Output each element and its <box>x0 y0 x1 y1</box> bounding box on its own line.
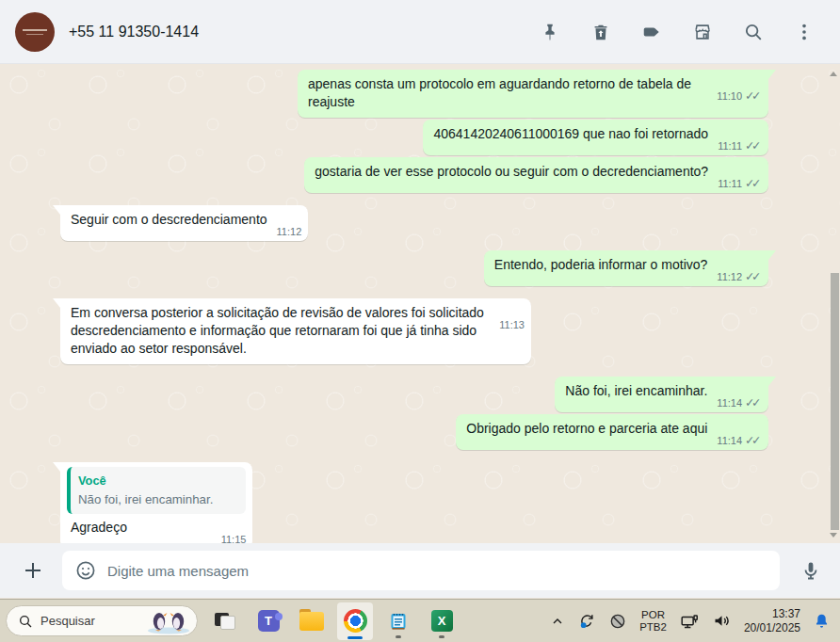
message-time: 11:12 <box>277 223 302 241</box>
message-row: 11:12✓✓ Entendo, poderia informar o moti… <box>0 250 840 286</box>
message-time: 11:15 <box>221 531 247 543</box>
incoming-message[interactable]: 11:12 Seguir com o descredenciamento <box>60 205 308 241</box>
file-explorer-icon <box>299 612 324 631</box>
windows-taskbar: Pesquisar T <box>0 599 840 642</box>
message-row: 11:11✓✓ 40641420240611000169 que nao foi… <box>0 120 840 155</box>
contact-name[interactable]: +55 11 91350-1414 <box>69 24 199 40</box>
delivered-ticks-icon: ✓✓ <box>745 137 758 155</box>
task-view-button[interactable] <box>207 602 243 640</box>
message-row: 11:13 Em conversa posterior a solicitaçã… <box>0 298 840 364</box>
notification-bell-icon[interactable] <box>813 612 831 630</box>
scrollbar-thumb[interactable] <box>831 273 839 530</box>
delivered-ticks-icon: ✓✓ <box>745 268 758 286</box>
header-actions <box>539 21 840 43</box>
message-row: 11:14✓✓ Não foi, irei encaminhar. <box>0 377 840 412</box>
message-input-pill[interactable] <box>62 551 780 590</box>
outgoing-message[interactable]: 11:12✓✓ Entendo, poderia informar o moti… <box>484 250 768 286</box>
message-input[interactable] <box>107 563 768 579</box>
scroll-down-arrow-icon[interactable] <box>830 533 837 538</box>
incoming-message[interactable]: 11:13 Em conversa posterior a solicitaçã… <box>60 298 531 364</box>
sync-pending-icon[interactable] <box>577 612 596 631</box>
search-icon[interactable] <box>742 21 765 43</box>
notepad-icon <box>387 610 410 633</box>
message-time: 11:14 <box>717 432 742 450</box>
message-text: Obrigado pelo retorno e parceria ate aqu… <box>466 421 707 436</box>
teams-icon: T <box>258 610 280 632</box>
message-time: 11:10 <box>717 88 742 105</box>
whatsapp-window: +55 11 91350-1414 <box>0 0 840 598</box>
excel-app-button[interactable]: X <box>424 602 460 640</box>
outgoing-message[interactable]: 11:10✓✓ apenas consta um protocolo em ag… <box>298 70 768 118</box>
chat-header: +55 11 91350-1414 <box>0 0 840 64</box>
language-line2: PTB2 <box>639 621 667 634</box>
quote-author: Você <box>78 472 213 490</box>
outgoing-message[interactable]: 11:11✓✓ 40641420240611000169 que nao foi… <box>423 120 768 155</box>
scroll-up-arrow-icon[interactable] <box>830 72 837 76</box>
file-explorer-button[interactable] <box>294 602 330 640</box>
excel-icon: X <box>431 610 453 632</box>
message-text: Seguir com o descredenciamento <box>71 212 267 227</box>
menu-kebab-icon[interactable] <box>793 21 816 43</box>
pin-icon[interactable] <box>539 21 561 43</box>
chrome-icon <box>344 609 367 633</box>
search-icon <box>18 614 33 629</box>
volume-icon[interactable] <box>712 611 732 631</box>
language-indicator[interactable]: PORPTB2 <box>639 609 667 634</box>
delivered-ticks-icon: ✓✓ <box>745 432 758 450</box>
message-time: 11:11 <box>718 137 742 155</box>
chrome-app-button[interactable] <box>337 602 373 640</box>
message-time: 11:14 <box>717 394 742 412</box>
message-text: gostaria de ver esse protocolo ou seguir… <box>315 164 708 179</box>
blocked-status-icon[interactable] <box>608 612 627 631</box>
chat-message-list: 11:10✓✓ apenas consta um protocolo em ag… <box>0 64 840 543</box>
system-tray: PORPTB2 13:3720/01/2025 <box>550 607 831 635</box>
message-text: Em conversa posterior a solicitação de r… <box>71 305 484 356</box>
clock-time: 13:37 <box>744 607 800 621</box>
microphone-icon[interactable] <box>795 554 827 586</box>
message-time: 11:13 <box>499 316 525 334</box>
delivered-ticks-icon: ✓✓ <box>745 394 758 412</box>
search-daily-image-penguins <box>144 608 193 634</box>
message-row: Você Não foi, irei encaminhar. 11:15 Agr… <box>0 462 840 543</box>
message-composer <box>0 543 840 598</box>
language-line1: POR <box>639 609 667 621</box>
emoji-icon[interactable] <box>73 558 98 583</box>
quoted-message[interactable]: Você Não foi, irei encaminhar. <box>67 467 246 514</box>
outgoing-message[interactable]: 11:11✓✓ gostaria de ver esse protocolo o… <box>304 157 768 193</box>
label-icon[interactable] <box>640 21 663 43</box>
delete-restore-icon[interactable] <box>590 21 612 43</box>
storefront-icon[interactable] <box>691 21 714 43</box>
outgoing-message[interactable]: 11:14✓✓ Obrigado pelo retorno e parceria… <box>456 414 768 450</box>
message-text: Agradeço <box>71 520 127 535</box>
message-row: 11:14✓✓ Obrigado pelo retorno e parceria… <box>0 414 840 450</box>
outgoing-message[interactable]: 11:14✓✓ Não foi, irei encaminhar. <box>555 377 768 412</box>
search-placeholder: Pesquisar <box>40 614 137 628</box>
delivered-ticks-icon: ✓✓ <box>745 175 758 193</box>
attach-plus-icon[interactable] <box>19 556 47 585</box>
message-text: 40641420240611000169 que nao foi retorna… <box>433 126 708 141</box>
message-time: 11:11 <box>718 175 742 193</box>
notepad-app-button[interactable] <box>380 602 416 640</box>
message-row: 11:10✓✓ apenas consta um protocolo em ag… <box>0 70 840 118</box>
taskbar-search[interactable]: Pesquisar <box>6 605 198 636</box>
delivered-ticks-icon: ✓✓ <box>745 88 758 105</box>
quote-text: Não foi, irei encaminhar. <box>78 491 213 508</box>
message-row: 11:12 Seguir com o descredenciamento <box>0 205 840 241</box>
tray-chevron-up-icon[interactable] <box>550 614 565 629</box>
network-icon[interactable] <box>679 611 700 632</box>
clock-date: 20/01/2025 <box>744 621 800 635</box>
taskbar-clock[interactable]: 13:3720/01/2025 <box>744 607 800 635</box>
chat-scrollbar[interactable] <box>828 64 840 543</box>
task-view-icon <box>215 613 235 630</box>
taskbar-apps: T X <box>207 602 460 640</box>
message-text: Não foi, irei encaminhar. <box>565 383 707 398</box>
message-row: 11:11✓✓ gostaria de ver esse protocolo o… <box>0 157 840 193</box>
incoming-message-with-quote[interactable]: Você Não foi, irei encaminhar. 11:15 Agr… <box>60 462 252 543</box>
message-text: Entendo, poderia informar o motivo? <box>494 257 707 272</box>
message-text: apenas consta um protocolo em aguardando… <box>308 76 691 109</box>
message-time: 11:12 <box>717 268 742 286</box>
teams-app-button[interactable]: T <box>250 602 286 640</box>
contact-avatar[interactable] <box>15 12 55 52</box>
